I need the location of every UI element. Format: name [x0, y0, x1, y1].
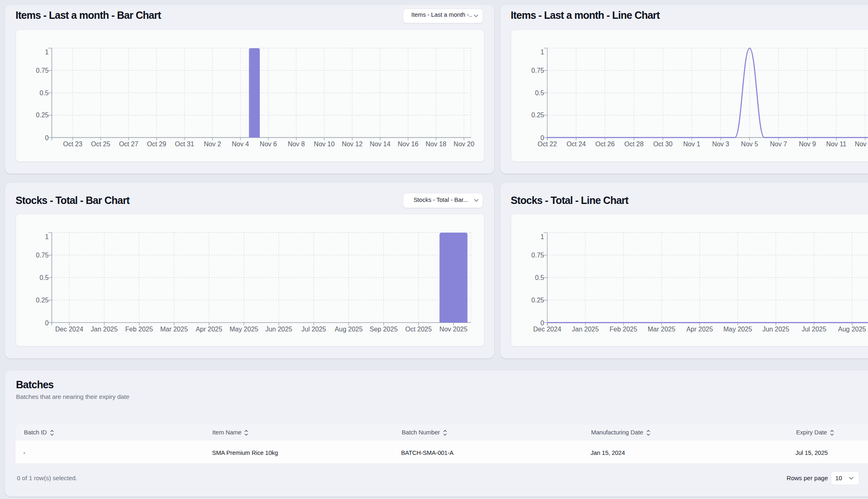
svg-text:Dec 2024: Dec 2024 — [55, 326, 83, 333]
svg-text:1: 1 — [45, 49, 49, 56]
svg-text:Rows per page: Rows per page — [787, 474, 828, 481]
svg-text:Sep 2025: Sep 2025 — [370, 326, 398, 333]
svg-text:Feb 2025: Feb 2025 — [609, 326, 637, 333]
svg-text:0 of 1 row(s) selected.: 0 of 1 row(s) selected. — [17, 474, 77, 481]
svg-text:Jan 15, 2024: Jan 15, 2024 — [591, 450, 625, 456]
svg-text:0: 0 — [45, 134, 49, 141]
svg-text:Apr 2025: Apr 2025 — [196, 326, 222, 333]
svg-text:Item Name: Item Name — [212, 429, 241, 436]
svg-text:Nov 2025: Nov 2025 — [439, 326, 468, 333]
svg-text:BATCH-SMA-001-A: BATCH-SMA-001-A — [401, 450, 454, 456]
svg-text:Nov 11: Nov 11 — [826, 141, 847, 148]
svg-text:Stocks - Total - Line Chart: Stocks - Total - Line Chart — [511, 195, 629, 206]
svg-text:Nov 7: Nov 7 — [770, 141, 787, 148]
svg-text:Oct 26: Oct 26 — [596, 141, 615, 148]
svg-text:0.75: 0.75 — [36, 67, 49, 74]
svg-text:Nov 10: Nov 10 — [314, 141, 335, 148]
svg-text:Nov 12: Nov 12 — [342, 141, 363, 148]
svg-text:0.75: 0.75 — [531, 67, 544, 74]
svg-text:Items - Last a month - Bar Cha: Items - Last a month - Bar Chart — [16, 9, 162, 21]
svg-text:Nov 8: Nov 8 — [288, 141, 305, 148]
svg-text:Oct 2025: Oct 2025 — [405, 326, 432, 333]
svg-text:0.75: 0.75 — [36, 252, 49, 259]
svg-text:0.5: 0.5 — [535, 90, 544, 96]
svg-text:Stocks - Total - Bar Chart: Stocks - Total - Bar Chart — [16, 195, 130, 206]
svg-text:0.5: 0.5 — [40, 274, 49, 281]
svg-text:0: 0 — [45, 320, 49, 327]
svg-text:Apr 2025: Apr 2025 — [686, 326, 713, 333]
svg-text:Manufacturing Date: Manufacturing Date — [591, 429, 643, 436]
svg-text:Mar 2025: Mar 2025 — [160, 326, 188, 333]
svg-text:Jul 15, 2025: Jul 15, 2025 — [796, 450, 828, 456]
svg-text:Feb 2025: Feb 2025 — [125, 326, 153, 333]
svg-text:Aug 2025: Aug 2025 — [335, 326, 363, 333]
svg-text:Nov 4: Nov 4 — [232, 141, 249, 148]
svg-text:SMA Premium Rice 10kg: SMA Premium Rice 10kg — [212, 450, 278, 456]
svg-text:Nov 3: Nov 3 — [712, 141, 729, 148]
svg-text:Oct 23: Oct 23 — [63, 141, 82, 148]
svg-text:0.25: 0.25 — [531, 112, 544, 119]
svg-text:Nov 16: Nov 16 — [398, 141, 418, 148]
svg-text:Nov 13: Nov 13 — [855, 141, 868, 148]
svg-text:Nov 6: Nov 6 — [260, 141, 277, 148]
svg-text:Oct 29: Oct 29 — [147, 141, 166, 148]
svg-text:Nov 5: Nov 5 — [741, 141, 758, 148]
svg-text:0.25: 0.25 — [36, 112, 49, 119]
svg-text:Oct 30: Oct 30 — [653, 141, 672, 148]
svg-text:0.5: 0.5 — [40, 90, 49, 96]
svg-text:Dec 2024: Dec 2024 — [533, 326, 562, 333]
svg-text:Jun 2025: Jun 2025 — [265, 326, 292, 333]
svg-text:Aug 2025: Aug 2025 — [838, 326, 866, 333]
svg-text:Batches that are nearing their: Batches that are nearing their expiry da… — [16, 393, 129, 400]
svg-text:0.5: 0.5 — [535, 274, 544, 281]
svg-text:Oct 31: Oct 31 — [175, 141, 194, 148]
svg-text:May 2025: May 2025 — [229, 326, 258, 333]
svg-text:May 2025: May 2025 — [723, 326, 752, 333]
svg-text:Nov 18: Nov 18 — [426, 141, 447, 148]
svg-text:0.25: 0.25 — [36, 297, 49, 304]
svg-text:Jun 2025: Jun 2025 — [762, 326, 789, 333]
svg-text:Nov 20: Nov 20 — [454, 141, 474, 148]
svg-text:-: - — [23, 450, 25, 456]
svg-text:Nov 2: Nov 2 — [204, 141, 221, 148]
svg-text:1: 1 — [45, 233, 49, 240]
svg-text:Jul 2025: Jul 2025 — [301, 326, 326, 333]
svg-text:Mar 2025: Mar 2025 — [648, 326, 676, 333]
svg-text:Jul 2025: Jul 2025 — [802, 326, 827, 333]
svg-text:Items - Last a month -..: Items - Last a month -.. — [412, 11, 472, 18]
svg-text:Nov 1: Nov 1 — [683, 141, 700, 148]
svg-text:1: 1 — [540, 233, 544, 240]
svg-text:Oct 22: Oct 22 — [537, 141, 557, 148]
svg-text:Oct 27: Oct 27 — [119, 141, 138, 148]
svg-text:10: 10 — [835, 474, 842, 481]
svg-text:Stocks - Total - Bar...: Stocks - Total - Bar... — [414, 197, 468, 203]
svg-text:Jan 2025: Jan 2025 — [572, 326, 599, 333]
svg-text:Expiry Date: Expiry Date — [796, 429, 827, 436]
svg-text:Oct 25: Oct 25 — [91, 141, 110, 148]
svg-text:0.25: 0.25 — [531, 297, 544, 304]
svg-text:Batch Number: Batch Number — [402, 429, 440, 436]
svg-text:Nov 9: Nov 9 — [799, 141, 816, 148]
svg-text:Items - Last a month - Line Ch: Items - Last a month - Line Chart — [511, 9, 661, 21]
svg-text:Oct 28: Oct 28 — [624, 141, 643, 148]
svg-text:1: 1 — [540, 49, 544, 56]
svg-text:0.75: 0.75 — [531, 252, 544, 259]
svg-text:Batch ID: Batch ID — [24, 429, 47, 436]
svg-text:Oct 24: Oct 24 — [567, 141, 586, 148]
svg-text:Nov 14: Nov 14 — [370, 141, 391, 148]
svg-text:Batches: Batches — [16, 379, 54, 390]
svg-text:Jan 2025: Jan 2025 — [91, 326, 118, 333]
